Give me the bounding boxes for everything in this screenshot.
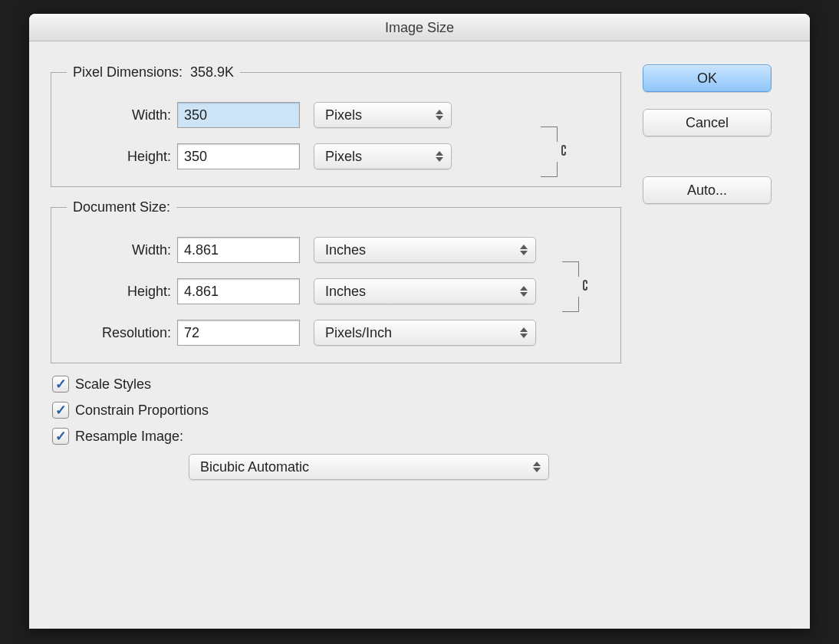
doc-width-label: Width: bbox=[62, 242, 177, 258]
pixel-height-label: Height: bbox=[62, 149, 177, 165]
updown-arrows-icon bbox=[436, 151, 443, 162]
pixel-height-unit-value: Pixels bbox=[325, 149, 362, 165]
document-size-legend: Document Size: bbox=[67, 199, 176, 215]
pixel-dimensions-group: Pixel Dimensions: 358.9K Width: Pixels H… bbox=[51, 64, 621, 187]
doc-width-unit-value: Inches bbox=[325, 242, 366, 258]
doc-width-input[interactable] bbox=[177, 237, 300, 263]
pixel-width-input[interactable] bbox=[177, 102, 300, 128]
constrain-link-bracket bbox=[541, 127, 558, 177]
doc-height-unit-select[interactable]: Inches bbox=[314, 278, 536, 304]
doc-height-input[interactable] bbox=[177, 278, 300, 304]
updown-arrows-icon bbox=[520, 286, 528, 297]
updown-arrows-icon bbox=[533, 462, 541, 472]
ok-button[interactable]: OK bbox=[643, 64, 772, 92]
link-icon bbox=[578, 277, 592, 297]
resolution-label: Resolution: bbox=[62, 325, 177, 341]
cancel-button[interactable]: Cancel bbox=[643, 109, 772, 136]
constrain-proportions-checkbox[interactable] bbox=[52, 402, 69, 419]
pixel-height-input[interactable] bbox=[177, 143, 300, 169]
scale-styles-label: Scale Styles bbox=[75, 376, 151, 393]
pixel-width-label: Width: bbox=[62, 107, 177, 123]
updown-arrows-icon bbox=[436, 110, 443, 120]
pixel-width-unit-select[interactable]: Pixels bbox=[314, 102, 452, 128]
doc-height-label: Height: bbox=[62, 284, 177, 300]
resolution-input[interactable] bbox=[177, 320, 300, 346]
pixel-dimensions-size: 358.9K bbox=[190, 64, 234, 80]
resample-image-label: Resample Image: bbox=[75, 429, 183, 445]
updown-arrows-icon bbox=[520, 245, 528, 255]
pixel-width-unit-value: Pixels bbox=[325, 107, 362, 123]
constrain-proportions-label: Constrain Proportions bbox=[75, 402, 209, 419]
doc-width-unit-select[interactable]: Inches bbox=[314, 237, 536, 263]
resolution-unit-select[interactable]: Pixels/Inch bbox=[314, 320, 536, 346]
doc-height-unit-value: Inches bbox=[325, 284, 366, 300]
pixel-dimensions-legend: Pixel Dimensions: 358.9K bbox=[67, 64, 240, 80]
link-icon bbox=[557, 142, 571, 162]
auto-button[interactable]: Auto... bbox=[643, 176, 772, 204]
pixel-dimensions-legend-label: Pixel Dimensions: bbox=[73, 64, 183, 80]
image-size-dialog: Image Size Pixel Dimensions: 358.9K Widt… bbox=[29, 14, 810, 629]
resample-image-checkbox[interactable] bbox=[52, 428, 69, 445]
constrain-link-bracket-doc bbox=[562, 261, 579, 312]
dialog-title: Image Size bbox=[385, 20, 454, 35]
resample-method-value: Bicubic Automatic bbox=[200, 459, 309, 475]
document-size-group: Document Size: Width: Inches Height: bbox=[51, 199, 621, 363]
pixel-height-unit-select[interactable]: Pixels bbox=[314, 143, 452, 169]
updown-arrows-icon bbox=[520, 327, 528, 338]
resolution-unit-value: Pixels/Inch bbox=[325, 325, 392, 341]
scale-styles-checkbox[interactable] bbox=[52, 376, 69, 393]
resample-method-select[interactable]: Bicubic Automatic bbox=[189, 454, 549, 480]
dialog-titlebar: Image Size bbox=[29, 14, 810, 41]
